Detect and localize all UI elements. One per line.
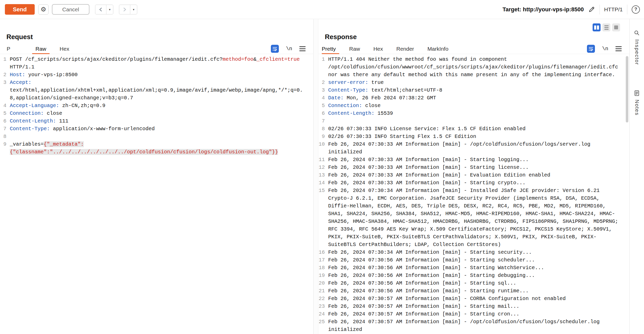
scrollbar-thumb[interactable] [626,56,628,122]
code-text: Connection: close [10,110,303,117]
cancel-button[interactable]: Cancel [52,4,89,15]
layout-rows-button[interactable] [602,23,610,31]
help-button[interactable]: ? [632,5,640,14]
history-forward-dropdown[interactable]: ▾ [130,5,137,14]
code-line: 6Content-Length: 15539 [318,110,629,117]
settings-button[interactable]: ⚙ [38,4,49,15]
rows-icon [604,25,609,30]
gear-icon: ⚙ [41,6,46,13]
code-segment: Feb 26, 2024 07:30:33 AM Information [ma… [328,180,526,186]
line-number: 19 [318,272,325,279]
response-tab-render[interactable]: Render [390,44,421,54]
code-segment: Connection: [10,110,44,116]
code-text [10,133,303,140]
sidebar-tab-inspector[interactable]: Inspector [630,30,644,65]
code-line: 25Feb 26, 2024 07:30:57 AM Information [… [318,318,629,333]
line-number: 4 [318,94,325,102]
code-line: 7Content-Type: application/x-www-form-ur… [0,125,313,133]
code-segment: method=foo [223,56,253,62]
code-line: 13Feb 26, 2024 07:30:33 AM Information [… [318,171,629,179]
history-back-button[interactable] [95,5,106,14]
code-text: Accept: text/html,application/xhtml+xml,… [10,79,303,102]
line-number: 25 [318,318,325,333]
line-number: 7 [318,117,325,125]
code-line: 5Connection: close [0,110,313,117]
code-line: 10Feb 26, 2024 07:30:33 AM Information [… [318,140,629,156]
line-number: 5 [0,110,6,117]
newline-toggle[interactable]: \n [286,46,292,52]
editor-menu-button[interactable] [299,46,306,51]
line-number: 13 [318,171,325,179]
code-line: 16Feb 26, 2024 07:30:34 AM Information [… [318,249,629,256]
code-text: Connection: close [328,102,621,110]
http-version-label[interactable]: HTTP/1 [604,6,623,13]
word-wrap-icon [272,46,278,51]
code-text: Feb 26, 2024 07:30:57 AM Information [ma… [328,310,621,318]
response-editor[interactable]: 1HTTP/1.1 404 Neither the method foo was… [318,56,629,334]
response-tab-pretty[interactable]: Pretty [318,44,343,54]
code-segment: Content-Type: [328,87,368,93]
send-button[interactable]: Send [5,4,35,15]
code-segment: Feb 26, 2024 07:30:33 AM Information [ma… [328,164,529,170]
tab-label: MarkInfo [427,46,448,52]
tab-label: Hex [373,46,383,52]
line-number: 20 [318,279,325,287]
code-line: 17Feb 26, 2024 07:30:56 AM Information [… [318,256,629,264]
code-text: Feb 26, 2024 07:30:33 AM Information [ma… [328,164,621,171]
response-scrollbar[interactable] [626,56,628,332]
code-segment: Feb 26, 2024 07:30:56 AM Information [ma… [328,280,516,286]
request-editor[interactable]: 1POST /cf_scripts/scripts/ajax/ckeditor/… [0,56,313,334]
request-tab-hex[interactable]: Hex [53,44,76,54]
pencil-icon [588,6,595,13]
history-forward-button[interactable] [119,5,130,14]
code-text: Content-Type: text/html;charset=UTF-8 [328,86,621,94]
code-line: 3Accept: text/html,application/xhtml+xml… [0,79,313,102]
newline-toggle[interactable]: \n [602,46,608,52]
layout-columns-button[interactable] [593,23,601,31]
request-tab-pretty[interactable]: P [0,44,17,54]
single-pane-icon [614,25,618,29]
line-number: 16 [318,249,325,256]
panel-splitter[interactable] [313,19,318,334]
request-tab-raw[interactable]: Raw [29,44,53,54]
response-title: Response [325,33,357,41]
editor-menu-button[interactable] [615,46,622,51]
code-text: Feb 26, 2024 07:30:56 AM Information [ma… [328,272,621,279]
line-number: 7 [0,125,6,133]
layout-single-button[interactable] [612,23,620,31]
word-wrap-toggle[interactable] [271,45,279,53]
code-text: Feb 26, 2024 07:30:56 AM Information [ma… [328,264,621,272]
line-number: 1 [0,56,6,71]
code-line: 902/26 07:30:33 INFO Starting Flex 1.5 C… [318,133,629,140]
line-number: 8 [318,125,325,133]
history-back-dropdown[interactable]: ▾ [106,5,113,14]
code-segment: Feb 26, 2024 07:30:56 AM Information [ma… [328,273,535,278]
line-number: 9 [318,133,325,140]
response-tab-raw[interactable]: Raw [343,44,367,54]
code-segment: 111 [56,118,68,124]
code-segment: Accept-Language: [10,103,59,109]
sidebar-tab-label: Inspector [634,39,640,65]
line-number: 9 [0,140,6,156]
toolbar-divider [600,5,600,14]
code-line: 20Feb 26, 2024 07:30:56 AM Information [… [318,279,629,287]
response-tab-markinfo[interactable]: MarkInfo [421,44,455,54]
tab-label: Pretty [322,46,336,52]
request-panel: Request P Raw Hex \n 1POST /cf_scripts/s… [0,19,313,334]
line-number: 8 [0,133,6,140]
response-tab-hex[interactable]: Hex [367,44,390,54]
sidebar-tab-notes[interactable]: Notes [630,90,644,116]
edit-target-button[interactable] [588,6,595,13]
line-number: 21 [318,287,325,295]
code-line: 22Feb 26, 2024 07:30:57 AM Information [… [318,295,629,303]
tab-label: Render [396,46,414,52]
code-text: Feb 26, 2024 07:30:57 AM Information [ma… [328,303,621,310]
code-text: Feb 26, 2024 07:30:57 AM Information [ma… [328,295,621,303]
code-line: 9_variables={"_metadata":{"classname":".… [0,140,313,156]
code-text: _variables={"_metadata":{"classname":"..… [10,140,303,156]
question-mark-icon: ? [634,7,637,12]
caret-down-icon: ▾ [109,8,111,11]
code-text: Feb 26, 2024 07:30:33 AM Information [ma… [328,179,621,187]
word-wrap-toggle[interactable] [587,45,595,53]
code-segment: Feb 26, 2024 07:30:34 AM Information [ma… [328,188,621,248]
